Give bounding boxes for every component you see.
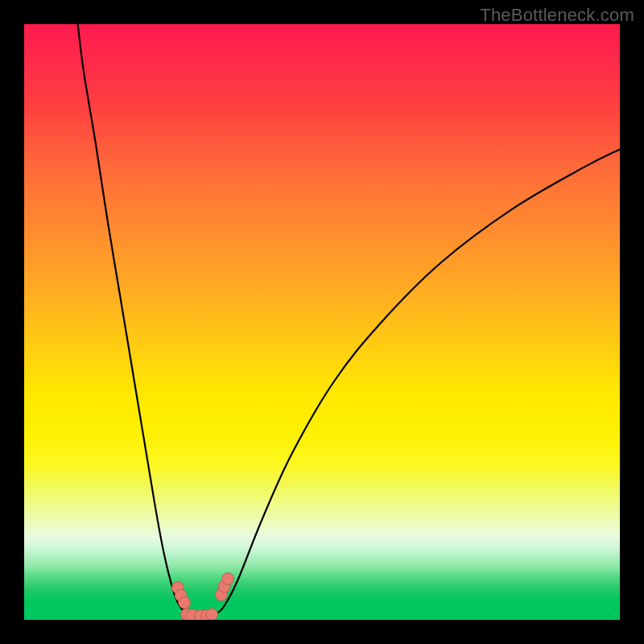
curve-right-branch (194, 149, 620, 615)
curve-left-branch (78, 24, 194, 615)
plot-area (24, 24, 620, 620)
data-marker (206, 609, 218, 620)
chart-frame: TheBottleneck.com (0, 0, 644, 644)
data-marker (179, 597, 191, 609)
watermark-text: TheBottleneck.com (480, 5, 634, 26)
data-marker (222, 573, 234, 585)
marker-group (172, 573, 234, 620)
chart-svg (24, 24, 620, 620)
